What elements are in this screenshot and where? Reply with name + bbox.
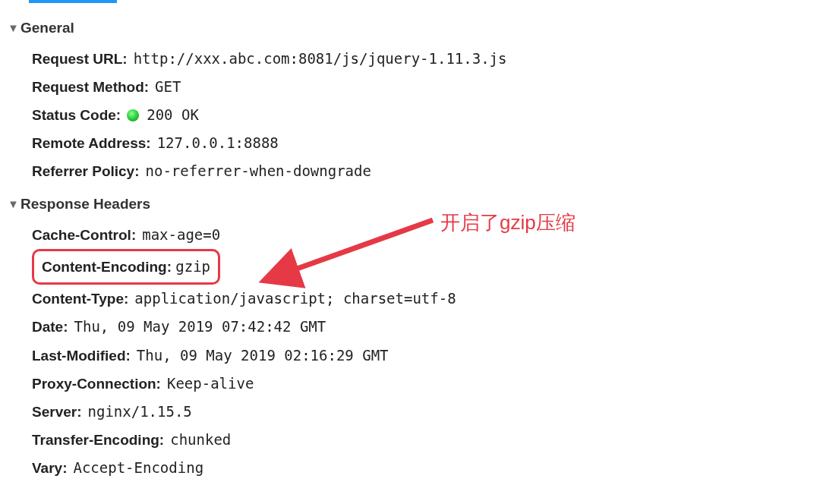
response-headers-section: ▼ Response Headers Cache-Control: max-ag… (8, 190, 812, 481)
value-content-encoding: gzip (175, 258, 210, 275)
value-status-code: 200 OK (147, 101, 199, 129)
value-transfer-encoding: chunked (170, 426, 231, 454)
label-last-modified: Last-Modified: (32, 342, 131, 370)
value-date: Thu, 09 May 2019 07:42:42 GMT (74, 313, 326, 341)
value-vary: Accept-Encoding (73, 454, 203, 482)
value-proxy-connection: Keep-alive (167, 370, 254, 398)
label-status-code: Status Code: (32, 101, 121, 129)
general-body: Request URL: http://xxx.abc.com:8081/js/… (8, 45, 812, 185)
label-transfer-encoding: Transfer-Encoding: (32, 426, 164, 454)
content-encoding-highlight: Content-Encoding: gzip (32, 249, 220, 285)
collapse-triangle-icon: ▼ (8, 22, 18, 33)
label-remote-address: Remote Address: (32, 129, 151, 157)
headers-panel: ▼ General Request URL: http://xxx.abc.co… (0, 0, 820, 494)
value-last-modified: Thu, 09 May 2019 02:16:29 GMT (137, 342, 389, 370)
row-cache-control: Cache-Control: max-age=0 (32, 221, 812, 249)
general-section: ▼ General Request URL: http://xxx.abc.co… (8, 14, 812, 185)
row-request-url: Request URL: http://xxx.abc.com:8081/js/… (32, 45, 812, 73)
label-server: Server: (32, 398, 82, 426)
row-request-method: Request Method: GET (32, 73, 812, 101)
response-headers-header[interactable]: ▼ Response Headers (8, 190, 812, 221)
general-title: General (20, 14, 74, 42)
label-content-type: Content-Type: (32, 285, 128, 313)
label-proxy-connection: Proxy-Connection: (32, 370, 161, 398)
value-remote-address: 127.0.0.1:8888 (157, 129, 279, 157)
label-request-url: Request URL: (32, 45, 128, 73)
row-date: Date: Thu, 09 May 2019 07:42:42 GMT (32, 313, 812, 341)
general-header[interactable]: ▼ General (8, 14, 812, 45)
label-request-method: Request Method: (32, 73, 149, 101)
row-content-type: Content-Type: application/javascript; ch… (32, 285, 812, 313)
active-tab-indicator (29, 0, 117, 3)
label-date: Date: (32, 313, 68, 341)
row-server: Server: nginx/1.15.5 (32, 398, 812, 426)
row-remote-address: Remote Address: 127.0.0.1:8888 (32, 129, 812, 157)
row-transfer-encoding: Transfer-Encoding: chunked (32, 426, 812, 454)
value-content-type: application/javascript; charset=utf-8 (134, 285, 456, 313)
value-request-method: GET (155, 73, 181, 101)
response-headers-title: Response Headers (20, 190, 150, 218)
value-server: nginx/1.15.5 (88, 398, 192, 426)
value-cache-control: max-age=0 (142, 221, 220, 249)
row-content-encoding: Content-Encoding: gzip (32, 249, 812, 285)
row-status-code: Status Code: 200 OK (32, 101, 812, 129)
value-request-url: http://xxx.abc.com:8081/js/jquery-1.11.3… (134, 45, 507, 73)
row-referrer-policy: Referrer Policy: no-referrer-when-downgr… (32, 157, 812, 185)
response-headers-body: Cache-Control: max-age=0 Content-Encodin… (8, 221, 812, 481)
label-vary: Vary: (32, 454, 67, 482)
row-vary: Vary: Accept-Encoding (32, 454, 812, 482)
status-dot-icon (127, 109, 139, 121)
value-referrer-policy: no-referrer-when-downgrade (146, 157, 371, 185)
row-proxy-connection: Proxy-Connection: Keep-alive (32, 370, 812, 398)
label-referrer-policy: Referrer Policy: (32, 157, 140, 185)
collapse-triangle-icon: ▼ (8, 198, 18, 209)
row-last-modified: Last-Modified: Thu, 09 May 2019 02:16:29… (32, 342, 812, 370)
label-content-encoding: Content-Encoding: (42, 259, 172, 275)
label-cache-control: Cache-Control: (32, 221, 136, 249)
